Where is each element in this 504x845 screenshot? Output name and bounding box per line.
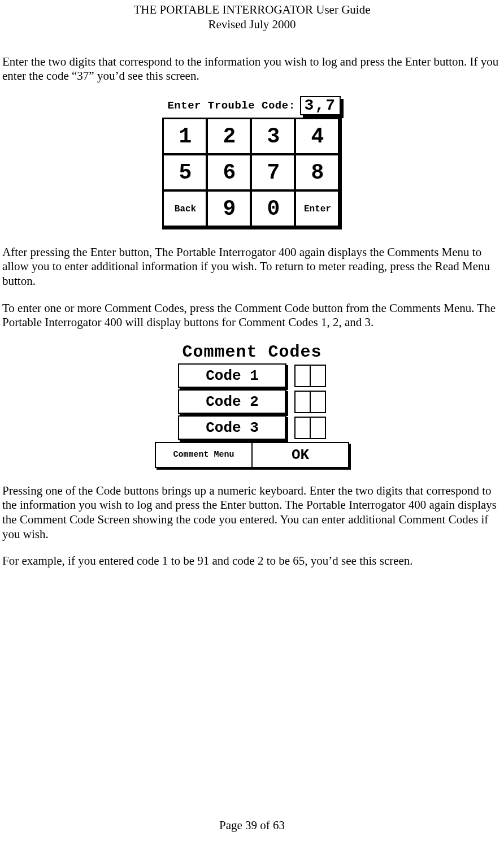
key-2[interactable]: 2 bbox=[207, 118, 252, 155]
comment-codes-title: Comment Codes bbox=[154, 343, 350, 362]
paragraph-3: To enter one or more Comment Codes, pres… bbox=[0, 301, 504, 330]
ok-button[interactable]: OK bbox=[253, 443, 348, 467]
keypad-prompt: Enter Trouble Code: bbox=[167, 99, 295, 112]
code-1-button[interactable]: Code 1 bbox=[178, 363, 286, 388]
code-2-value bbox=[294, 391, 326, 413]
comment-menu-button[interactable]: Comment Menu bbox=[156, 443, 253, 467]
trouble-code-value: 3,7 bbox=[300, 96, 341, 115]
paragraph-4: Pressing one of the Code buttons brings … bbox=[0, 484, 504, 541]
doc-title: THE PORTABLE INTERROGATOR User Guide bbox=[0, 2, 504, 17]
comment-codes-panel: Comment Codes Code 1 Code 2 Code 3 Comme… bbox=[154, 343, 350, 468]
code-1-value bbox=[294, 365, 326, 387]
paragraph-1: Enter the two digits that correspond to … bbox=[0, 55, 504, 84]
key-3[interactable]: 3 bbox=[251, 118, 296, 155]
paragraph-5: For example, if you entered code 1 to be… bbox=[0, 554, 504, 569]
key-7[interactable]: 7 bbox=[251, 154, 296, 192]
key-1[interactable]: 1 bbox=[163, 118, 208, 155]
key-6[interactable]: 6 bbox=[207, 154, 252, 192]
key-back[interactable]: Back bbox=[163, 190, 208, 228]
key-4[interactable]: 4 bbox=[295, 118, 340, 155]
key-8[interactable]: 8 bbox=[295, 154, 340, 192]
doc-revised: Revised July 2000 bbox=[0, 17, 504, 32]
code-3-button[interactable]: Code 3 bbox=[178, 415, 286, 440]
code-2-button[interactable]: Code 2 bbox=[178, 389, 286, 414]
trouble-code-keypad: Enter Trouble Code: 3,7 1 2 3 4 5 6 7 8 … bbox=[162, 96, 342, 229]
key-5[interactable]: 5 bbox=[163, 154, 208, 192]
key-9[interactable]: 9 bbox=[207, 190, 252, 228]
page-footer: Page 39 of 63 bbox=[0, 818, 504, 833]
key-0[interactable]: 0 bbox=[251, 190, 296, 228]
code-3-value bbox=[294, 417, 326, 439]
key-enter[interactable]: Enter bbox=[295, 190, 340, 228]
paragraph-2: After pressing the Enter button, The Por… bbox=[0, 245, 504, 289]
